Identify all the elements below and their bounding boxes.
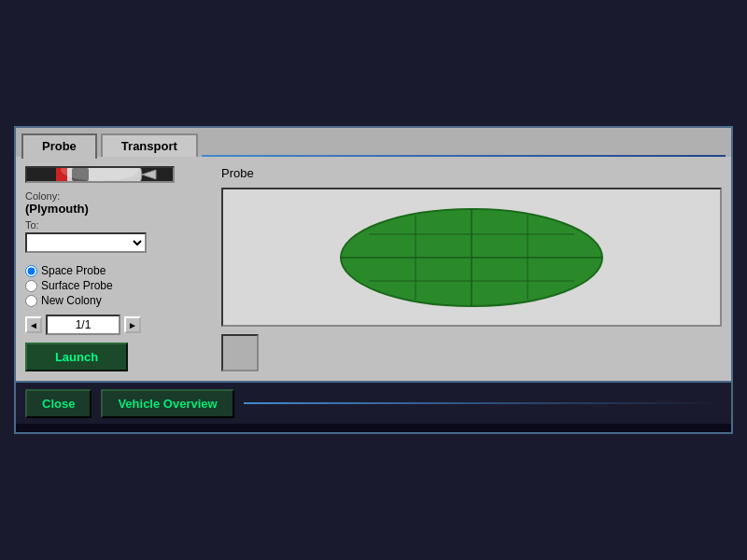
tab-probe[interactable]: Probe: [21, 133, 97, 159]
colony-section: Colony: (Plymouth) To:: [25, 190, 212, 253]
destination-select[interactable]: [25, 232, 212, 253]
destination-dropdown[interactable]: [25, 232, 147, 253]
tab-connector: [202, 155, 726, 157]
probe-section-label: Probe: [221, 166, 722, 180]
small-preview: [221, 334, 259, 371]
tab-bar: Probe Transport: [16, 128, 731, 157]
probe-display: [221, 188, 722, 327]
nav-row: ◄ ►: [25, 315, 212, 335]
right-panel: Probe: [221, 166, 722, 371]
nav-prev-button[interactable]: ◄: [25, 316, 42, 333]
launch-button[interactable]: Launch: [25, 343, 128, 371]
bottom-accent: [244, 402, 722, 404]
nav-input[interactable]: [46, 315, 120, 335]
close-button[interactable]: Close: [25, 389, 92, 418]
to-label: To:: [25, 219, 212, 231]
radio-group: Space Probe Surface Probe New Colony: [25, 264, 212, 307]
main-content: Colony: (Plymouth) To: Space Probe Surfa: [16, 157, 731, 381]
colony-name: (Plymouth): [25, 202, 212, 216]
nav-next-button[interactable]: ►: [124, 316, 141, 333]
radio-surface-probe[interactable]: Surface Probe: [25, 279, 212, 292]
left-panel: Colony: (Plymouth) To: Space Probe Surfa: [25, 166, 212, 371]
colony-label: Colony:: [25, 190, 212, 202]
vehicle-overview-button[interactable]: Vehicle Overview: [101, 389, 233, 418]
radio-new-colony-label: New Colony: [41, 294, 102, 307]
radio-surface-probe-label: Surface Probe: [41, 279, 113, 292]
probe-image: [25, 166, 175, 183]
main-window: Probe Transport: [14, 126, 733, 434]
bottom-bar: Close Vehicle Overview: [16, 381, 731, 424]
radio-new-colony[interactable]: New Colony: [25, 294, 212, 307]
tab-transport[interactable]: Transport: [101, 133, 198, 157]
radio-space-probe-label: Space Probe: [41, 264, 106, 277]
radio-space-probe[interactable]: Space Probe: [25, 264, 212, 277]
